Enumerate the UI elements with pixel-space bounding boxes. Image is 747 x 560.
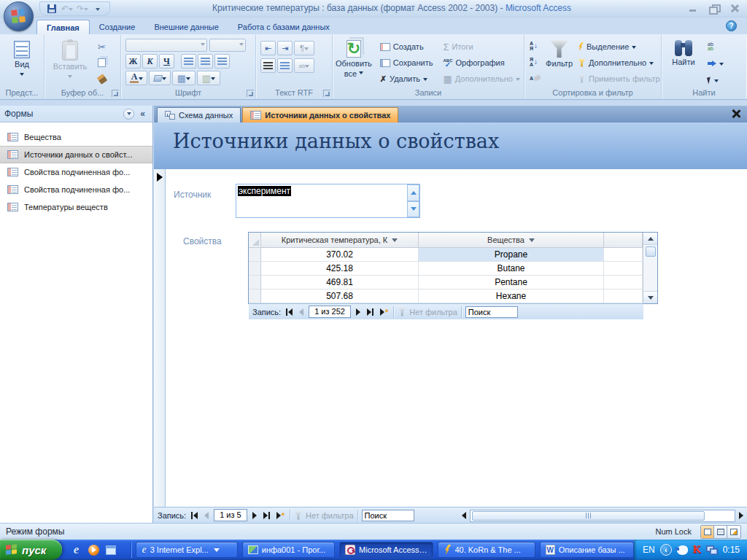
tray-icon-1[interactable] [677, 545, 688, 555]
column-header-substance[interactable]: Вещества [419, 233, 604, 248]
cell-temp[interactable]: 370.02 [261, 248, 419, 262]
undo-button[interactable]: ↶ [61, 3, 73, 15]
last-record-button[interactable] [365, 306, 375, 318]
paragraph-marks-button[interactable]: ¶ [294, 41, 314, 55]
doc-tab-sources[interactable]: Источники данных о свойствах [242, 107, 398, 122]
row-selector[interactable] [249, 276, 261, 289]
kaspersky-icon[interactable]: K [693, 544, 701, 556]
layout-view-button[interactable] [727, 526, 740, 538]
qat-customize-button[interactable] [92, 3, 104, 15]
record-search-input[interactable] [465, 306, 518, 318]
row-selector[interactable] [249, 262, 261, 276]
view-button[interactable]: Вид [4, 38, 40, 78]
office-button[interactable] [4, 1, 34, 31]
record-selector-strip[interactable] [154, 169, 166, 507]
font-size-combo[interactable] [209, 39, 246, 52]
first-record-button[interactable] [285, 306, 294, 318]
goto-button[interactable] [705, 56, 726, 71]
sidebar-item-temperatury[interactable]: Температуры веществ [0, 198, 152, 216]
totals-button[interactable]: ΣИтоги [441, 39, 522, 54]
cut-button[interactable]: ✂ [94, 39, 109, 54]
clear-sort-button[interactable]: А [527, 71, 543, 85]
cell-empty[interactable] [604, 289, 643, 303]
highlight-button[interactable]: ab [294, 58, 314, 73]
minimize-button[interactable] [689, 4, 699, 12]
underline-button[interactable]: Ч [159, 54, 174, 69]
navigation-pane-menu-button[interactable] [123, 109, 134, 120]
last-record-button[interactable] [262, 510, 271, 521]
font-name-combo[interactable] [125, 39, 207, 52]
network-icon[interactable] [706, 545, 718, 555]
cell-temp[interactable]: 469.81 [261, 276, 419, 289]
cell-empty[interactable] [604, 248, 643, 262]
save-button[interactable] [46, 3, 58, 15]
copy-button[interactable] [94, 55, 109, 70]
sort-ascending-button[interactable]: АЯ↓ [527, 39, 543, 53]
cell-empty[interactable] [604, 276, 643, 289]
quick-launch-media-player[interactable] [87, 543, 100, 556]
taskbar-button-access[interactable]: Microsoft Access ... [339, 542, 433, 558]
clipboard-dialog-launcher[interactable] [112, 90, 119, 97]
scroll-down-button[interactable] [643, 291, 657, 303]
font-dialog-launcher[interactable] [247, 90, 254, 97]
form-view-button[interactable] [701, 526, 714, 538]
select-button[interactable] [705, 73, 726, 88]
spelling-button[interactable]: ABC✓Орфография [441, 55, 522, 70]
scrollbar-thumb[interactable] [472, 511, 705, 521]
sidebar-item-svoystva-2[interactable]: Свойства подчиненная фо... [0, 181, 152, 198]
filter-indicator[interactable]: Нет фильтра [398, 308, 457, 316]
source-scroll-up-button[interactable] [407, 184, 419, 201]
bold-button[interactable]: Ж [125, 54, 141, 69]
scroll-up-button[interactable] [643, 233, 657, 245]
format-painter-button[interactable] [94, 71, 109, 86]
redo-button[interactable]: ↷ [77, 3, 88, 15]
taskbar-button-infa001[interactable]: инфа001 - Прог... [242, 542, 335, 558]
refresh-all-button[interactable]: ↻ Обновить все [336, 37, 372, 86]
restore-button[interactable] [709, 4, 719, 12]
next-record-button[interactable] [355, 306, 362, 318]
next-record-button[interactable] [251, 510, 258, 521]
align-left-button[interactable] [181, 54, 196, 69]
source-textbox[interactable]: эксперимент [236, 184, 420, 218]
datasheet-select-all[interactable] [249, 233, 261, 248]
paste-button[interactable]: Вставить [50, 38, 90, 86]
taskbar-button-winamp[interactable]: 40. KoRn & The ... [438, 542, 535, 558]
more-records-button[interactable]: ▦Дополнительно [441, 71, 522, 86]
language-indicator[interactable]: EN [643, 545, 655, 555]
scroll-right-button[interactable] [738, 510, 745, 521]
font-color-button[interactable]: А [125, 71, 147, 85]
cell-empty[interactable] [604, 262, 643, 276]
filter-button[interactable]: Фильтр [546, 37, 573, 86]
cell-temp[interactable]: 507.68 [261, 289, 419, 303]
scroll-left-button[interactable] [460, 510, 468, 521]
shutter-close-button[interactable]: « [140, 109, 145, 119]
toggle-filter-button[interactable]: Применить фильтр [576, 71, 662, 86]
cell-substance[interactable]: Butane [419, 262, 604, 276]
close-button[interactable] [729, 4, 740, 12]
ribbon-tab-home[interactable]: Главная [36, 20, 90, 34]
alt-fill-button[interactable]: ▥ [197, 71, 220, 85]
bullet-list-button[interactable] [277, 58, 293, 73]
increase-indent-button[interactable]: ⇥ [277, 41, 293, 55]
ribbon-tab-create[interactable]: Создание [90, 20, 145, 34]
previous-record-button[interactable] [298, 306, 305, 318]
sidebar-item-veshchestva[interactable]: Вещества [0, 128, 152, 146]
new-record-button[interactable]: * [379, 306, 390, 318]
datasheet-vscrollbar[interactable] [643, 233, 657, 303]
align-center-button[interactable] [198, 54, 213, 69]
selection-filter-button[interactable]: Выделение [576, 39, 662, 54]
doc-tab-schema[interactable]: Схема данных [157, 107, 241, 122]
fill-color-button[interactable] [149, 71, 171, 85]
tray-collapse-button[interactable]: ‹ [660, 544, 672, 556]
previous-record-button[interactable] [203, 510, 210, 521]
filter-indicator[interactable]: Нет фильтра [294, 511, 354, 520]
row-selector[interactable] [249, 248, 261, 262]
taskbar-button-ie-group[interactable]: e 3 Internet Expl... [136, 542, 237, 558]
ribbon-tab-external-data[interactable]: Внешние данные [144, 20, 228, 34]
new-record-button[interactable]: * [275, 510, 286, 521]
decrease-indent-button[interactable]: ⇤ [260, 41, 276, 55]
cell-substance[interactable]: Hexane [419, 289, 604, 303]
new-record-button[interactable]: Создать [378, 39, 436, 54]
cell-temp[interactable]: 425.18 [261, 262, 419, 276]
delete-record-button[interactable]: ✗Удалить [378, 71, 436, 86]
